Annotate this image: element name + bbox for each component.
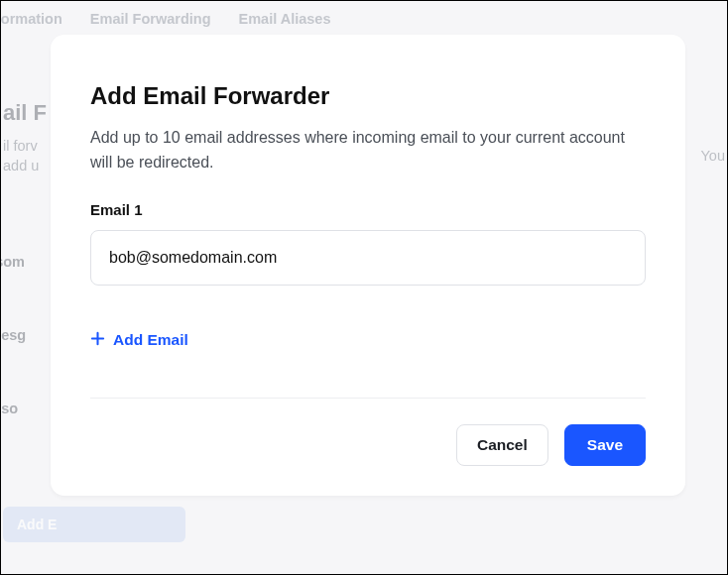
email-field-label: Email 1: [90, 201, 646, 218]
add-email-label: Add Email: [113, 331, 188, 349]
add-email-forwarder-modal: Add Email Forwarder Add up to 10 email a…: [51, 35, 685, 496]
cancel-button[interactable]: Cancel: [456, 424, 548, 466]
add-email-button[interactable]: Add Email: [90, 331, 188, 350]
modal-divider: [90, 398, 646, 399]
save-button[interactable]: Save: [564, 424, 646, 466]
email-input-1[interactable]: [90, 230, 646, 286]
modal-subtitle: Add up to 10 email addresses where incom…: [90, 126, 646, 175]
modal-actions: Cancel Save: [90, 424, 646, 466]
modal-title: Add Email Forwarder: [90, 82, 646, 110]
plus-icon: [90, 331, 105, 350]
